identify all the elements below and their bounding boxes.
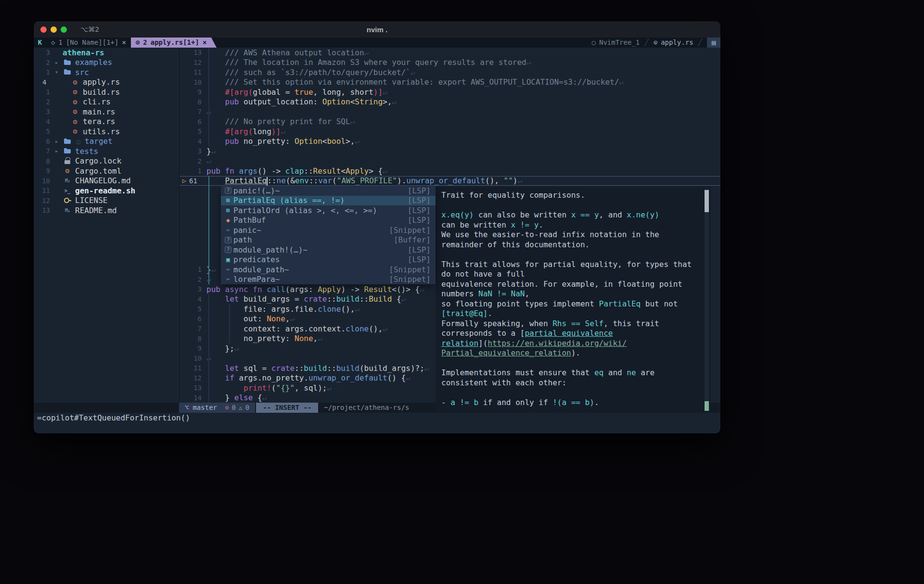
code-line[interactable]: 5 #[arg(long)]↵	[180, 127, 720, 137]
chevron-icon: ▾	[55, 69, 63, 76]
completion-item[interactable]: ?module_path!(…)~[LSP]	[221, 245, 436, 255]
chevron-icon: ▸	[55, 148, 63, 154]
tree-item[interactable]: 6▸◌target	[34, 137, 179, 147]
line-number: 2	[34, 98, 55, 106]
tree-item[interactable]: 2⚙cli.rs	[34, 97, 179, 107]
key-icon	[63, 196, 72, 205]
completion-item[interactable]: ◈PathBuf[LSP]	[221, 216, 436, 226]
command-line[interactable]: =copilot#TextQueuedForInsertion()	[34, 413, 720, 423]
tree-item-label: target	[85, 137, 113, 146]
tree-item[interactable]: 2▸examples	[34, 58, 179, 68]
tree-item-label: README.md	[75, 206, 117, 215]
zoom-window-button[interactable]	[61, 26, 67, 33]
code-line[interactable]: 2↵	[180, 156, 720, 166]
float-scrollbar-thumb[interactable]	[705, 190, 709, 212]
titlebar[interactable]: ⌥⌘2 nvim .	[34, 21, 720, 38]
close-tab-icon[interactable]: ×	[122, 38, 126, 48]
code-line[interactable]: 9 #[arg(global = true, long, short)]↵	[180, 87, 720, 97]
tree-item[interactable]: 1⚙build.rs	[34, 87, 179, 97]
tab-separator	[211, 38, 217, 48]
minimize-window-button[interactable]	[51, 26, 57, 33]
snippet-kind-icon: ✂	[223, 276, 233, 283]
tab-1[interactable]: ◇1[No Name][1+]×	[46, 38, 131, 48]
code-text: ↵	[206, 107, 720, 116]
completion-item[interactable]: ✂panic~[Snippet]	[221, 225, 436, 235]
tree-item[interactable]: 13M↓README.md	[34, 205, 179, 216]
line-number: 1	[34, 68, 55, 76]
code-line[interactable]: 3}↵	[180, 146, 720, 156]
line-number: 7	[189, 108, 206, 115]
question-kind-icon: ?	[225, 246, 231, 253]
code-line[interactable]: 12 /// The location in Amazon S3 where y…	[180, 58, 720, 68]
completion-item[interactable]: ⊞PartialOrd (alias >, <, <=, >=)[LSP]	[221, 205, 436, 216]
tree-item[interactable]: 8Cargo.lock	[34, 156, 179, 166]
code-line[interactable]: 10 /// Set this option via environment v…	[180, 77, 720, 88]
docs-line	[441, 358, 698, 368]
completion-source: [Snippet]	[389, 265, 431, 274]
code-line[interactable]: 7↵	[180, 107, 720, 117]
line-number: 61	[189, 177, 206, 185]
completion-item[interactable]: ✂module_path~[Snippet]	[221, 265, 436, 275]
indent-guide	[208, 48, 209, 146]
docs-line: relation](https://en.wikipedia.org/wiki/	[441, 339, 698, 349]
line-number: 6	[189, 315, 206, 323]
float-scrollbar-bottom[interactable]	[705, 401, 709, 411]
line-number: 4	[189, 138, 206, 145]
code-text: /// such as `s3://path/to/query/bucket/`…	[206, 68, 720, 77]
current-line-sign: ▷	[180, 177, 189, 184]
completion-source: [LSP]	[408, 216, 431, 225]
code-line[interactable]: 1pub fn args() -> clap::Result<Apply> {↵	[180, 166, 720, 176]
scope-guide	[208, 176, 209, 285]
tree-item[interactable]: 12LICENSE	[34, 196, 179, 206]
completion-item[interactable]: ▣predicates[LSP]	[221, 255, 436, 265]
tree-item[interactable]: 3⚙main.rs	[34, 107, 179, 117]
line-number: 3	[34, 108, 55, 115]
docs-line: We use the easier-to-read infix notation…	[441, 230, 698, 240]
window-label-apply-rs[interactable]: ⊙apply.rs	[654, 38, 693, 48]
code-text: /// Set this option via environment vari…	[206, 77, 720, 87]
completion-item[interactable]: ?panic!(…)~[LSP]	[221, 186, 436, 196]
completion-item[interactable]: ✂loremPara~[Snippet]	[221, 275, 436, 285]
document-icon[interactable]: ▤	[707, 38, 720, 48]
tree-item[interactable]: 10M↓CHANGELOG.md	[34, 176, 179, 186]
tree-item[interactable]: 9⚙Cargo.toml	[34, 166, 179, 176]
gear-icon: ⚙	[63, 166, 72, 176]
separator: ╱	[698, 38, 702, 48]
error-count: 0	[231, 403, 235, 413]
code-line[interactable]: 8 pub output_location: Option<String>,↵	[180, 97, 720, 107]
tree-item[interactable]: 4⚙apply.rs	[34, 77, 179, 88]
tree-item[interactable]: 5⚙utils.rs	[34, 127, 179, 137]
tree-item[interactable]: 4⚙tera.rs	[34, 117, 179, 127]
code-text: pub fn args() -> clap::Result<Apply> {↵	[206, 166, 720, 176]
code-line[interactable]: 4 pub no_pretty: Option<bool>,↵	[180, 137, 720, 147]
float-scrollbar-track[interactable]	[705, 189, 709, 411]
git-segment[interactable]: ⌥master ⊗0 ⚠0	[179, 403, 255, 413]
tab-2-active[interactable]: ⊙2apply.rs[1+]×	[131, 38, 211, 48]
tree-item[interactable]: 1▾src	[34, 67, 179, 77]
close-window-button[interactable]	[40, 26, 47, 33]
completion-item[interactable]: ?path[Buffer]	[221, 235, 436, 245]
rust-icon: ⚙	[70, 127, 80, 136]
close-tab-icon[interactable]: ×	[203, 38, 206, 48]
window-label-nvimtree[interactable]: ○NvimTree_1	[592, 38, 640, 48]
tree-item-label: gen-readme.sh	[75, 186, 135, 195]
code-line[interactable]: ▷61 PartialEq::ne(&env::var("AWS_PROFILE…	[180, 176, 720, 186]
tree-item[interactable]: 3athena-rs	[34, 48, 179, 58]
tree-item[interactable]: 11>_gen-readme.sh	[34, 186, 179, 196]
line-number: 8	[189, 335, 206, 343]
folder-icon	[63, 137, 72, 146]
folder-icon	[63, 58, 72, 67]
code-line[interactable]: 13 /// AWS Athena output location↵	[180, 48, 720, 58]
completion-label: PathBuf	[233, 216, 403, 225]
docs-line: numbers NaN != NaN,	[441, 289, 698, 299]
tree-item[interactable]: 7▸tests	[34, 146, 179, 156]
line-number: 9	[189, 344, 206, 352]
tab-number: 2	[143, 38, 147, 48]
window-shortcut: ⌥⌘2	[80, 25, 99, 33]
code-line[interactable]: 6 /// No pretty print for SQL↵	[180, 117, 720, 127]
tree-item-label: Cargo.lock	[75, 156, 121, 165]
completion-menu: ?panic!(…)~[LSP]⊞PartialEq (alias ==, !=…	[221, 186, 436, 284]
completion-item[interactable]: ⊞PartialEq (alias ==, !=)[LSP]	[221, 196, 436, 206]
tab-label: [No Name][1+]	[66, 38, 119, 48]
code-line[interactable]: 11 /// such as `s3://path/to/query/bucke…	[180, 67, 720, 77]
